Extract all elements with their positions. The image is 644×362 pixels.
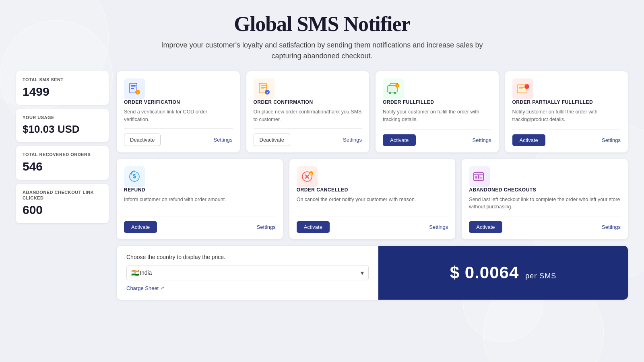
stat-label-usage: YOUR USAGE bbox=[23, 115, 102, 120]
deactivate-order-confirmation-button[interactable]: Deactivate bbox=[254, 134, 290, 146]
stat-value-total-sms: 1499 bbox=[23, 85, 102, 99]
card-desc-order-partial: Notify customer on fulfill the order wit… bbox=[512, 108, 621, 124]
external-link-icon: ↗ bbox=[160, 285, 164, 291]
svg-text:✓: ✓ bbox=[136, 91, 139, 95]
card-title-order-cancelled: ORDER CANCELLED bbox=[297, 187, 448, 193]
card-order-confirmation: ✓ ORDER CONFIRMATION On place new order … bbox=[246, 71, 369, 152]
card-title-order-partial: ORDER PARTIALLY FULLFILLED bbox=[512, 99, 621, 105]
stat-value-usage: $10.03 USD bbox=[23, 123, 102, 136]
settings-order-verification-button[interactable]: Settings bbox=[214, 137, 233, 143]
card-title-order-confirmation: ORDER CONFIRMATION bbox=[254, 99, 362, 105]
country-select[interactable]: India United States United Kingdom Canad… bbox=[126, 265, 369, 280]
card-actions-order-cancelled: Activate Settings bbox=[297, 221, 448, 233]
country-select-wrapper: 🇮🇳 India United States United Kingdom Ca… bbox=[126, 265, 369, 280]
svg-rect-2 bbox=[131, 86, 136, 87]
stat-card-recovered: TOTAL RECOVERED ORDERS 546 bbox=[16, 146, 109, 180]
settings-order-cancelled-button[interactable]: Settings bbox=[429, 224, 448, 230]
order-verification-icon: ✓ bbox=[124, 78, 145, 99]
pricing-label: Choose the country to display the price. bbox=[126, 254, 369, 260]
card-title-order-fulfilled: ORDER FULLFILLED bbox=[383, 99, 491, 105]
card-actions-refund: Activate Settings bbox=[124, 221, 276, 233]
card-actions-order-partial: Activate Settings bbox=[512, 134, 621, 146]
svg-rect-3 bbox=[131, 88, 134, 89]
card-desc-order-verification: Send a verification link for COD order v… bbox=[124, 108, 233, 123]
settings-order-partial-button[interactable]: Settings bbox=[602, 137, 621, 143]
refund-icon: $ bbox=[124, 166, 145, 187]
card-order-fulfilled: ! ORDER FULLFILLED Notify your customer … bbox=[376, 71, 499, 152]
activate-order-cancelled-button[interactable]: Activate bbox=[297, 221, 330, 233]
page-subtitle: Improve your customer's loyalty and sati… bbox=[161, 40, 483, 62]
card-title-refund: REFUND bbox=[124, 187, 276, 193]
card-title-order-verification: ORDER VERIFICATION bbox=[124, 99, 233, 105]
svg-rect-24 bbox=[478, 175, 479, 179]
stat-label-total-sms: TOTAL SMS SENT bbox=[23, 77, 102, 82]
stat-label-abandoned: ABANDONED CHECKOUT LINK CLICKED bbox=[23, 189, 102, 201]
settings-order-confirmation-button[interactable]: Settings bbox=[343, 137, 362, 143]
svg-text:✓: ✓ bbox=[266, 91, 268, 95]
order-partial-icon: 📍 bbox=[512, 78, 533, 99]
page-title: Global SMS Notifier bbox=[16, 12, 628, 36]
svg-rect-23 bbox=[475, 176, 477, 179]
pricing-section: Choose the country to display the price.… bbox=[117, 246, 628, 300]
svg-point-10 bbox=[389, 92, 391, 94]
card-actions-order-verification: Deactivate Settings bbox=[124, 134, 233, 146]
card-desc-order-cancelled: On cancel the order notify your customer… bbox=[297, 196, 448, 211]
card-desc-abandoned-checkouts: Send last left checkout link to complete… bbox=[469, 196, 621, 211]
pricing-value: $ 0.0064 bbox=[450, 263, 519, 282]
pricing-right-panel: $ 0.0064 per SMS bbox=[378, 246, 628, 300]
charge-sheet-label: Charge Sheet bbox=[126, 285, 159, 291]
order-cancelled-icon: $ bbox=[297, 166, 318, 187]
card-desc-order-fulfilled: Notify your customer on fulfill the orde… bbox=[383, 108, 491, 124]
settings-order-fulfilled-button[interactable]: Settings bbox=[473, 137, 491, 143]
card-desc-refund: Inform customer on refund with order amo… bbox=[124, 196, 276, 211]
charge-sheet-link[interactable]: Charge Sheet ↗ bbox=[126, 285, 164, 291]
svg-rect-1 bbox=[131, 85, 136, 86]
card-desc-order-confirmation: On place new order confirmation/thank yo… bbox=[254, 108, 362, 123]
activate-order-partial-button[interactable]: Activate bbox=[512, 134, 545, 146]
card-order-verification: ✓ ORDER VERIFICATION Send a verification… bbox=[117, 71, 240, 152]
pricing-per-sms: per SMS bbox=[525, 272, 556, 280]
order-confirmation-icon: ✓ bbox=[254, 78, 275, 99]
content-area: ✓ ORDER VERIFICATION Send a verification… bbox=[117, 71, 628, 300]
svg-text:!: ! bbox=[397, 85, 398, 88]
stats-panel: TOTAL SMS SENT 1499 YOUR USAGE $10.03 US… bbox=[16, 71, 109, 223]
card-actions-abandoned-checkouts: Activate Settings bbox=[469, 221, 621, 233]
activate-order-fulfilled-button[interactable]: Activate bbox=[383, 134, 416, 146]
card-order-cancelled: $ ORDER CANCELLED On cancel the order no… bbox=[289, 159, 456, 239]
deactivate-order-verification-button[interactable]: Deactivate bbox=[124, 134, 161, 146]
pricing-amount: $ 0.0064 per SMS bbox=[450, 263, 556, 282]
activate-refund-button[interactable]: Activate bbox=[124, 221, 157, 233]
stat-card-abandoned: ABANDONED CHECKOUT LINK CLICKED 600 bbox=[16, 184, 109, 224]
svg-point-11 bbox=[394, 92, 396, 94]
cards-row-2: $ REFUND Inform customer on refund with … bbox=[117, 159, 628, 239]
card-abandoned-checkouts: ABANDONED CHECKOUTS Send last left check… bbox=[462, 159, 628, 239]
svg-text:📍: 📍 bbox=[524, 84, 529, 89]
stat-value-abandoned: 600 bbox=[23, 203, 102, 217]
stat-value-recovered: 546 bbox=[23, 160, 102, 173]
settings-refund-button[interactable]: Settings bbox=[257, 224, 276, 230]
settings-abandoned-checkouts-button[interactable]: Settings bbox=[602, 224, 621, 230]
cards-row-1: ✓ ORDER VERIFICATION Send a verification… bbox=[117, 71, 628, 152]
stat-card-total-sms: TOTAL SMS SENT 1499 bbox=[16, 71, 109, 105]
stat-label-recovered: TOTAL RECOVERED ORDERS bbox=[23, 152, 102, 157]
svg-text:$: $ bbox=[310, 172, 312, 176]
card-title-abandoned-checkouts: ABANDONED CHECKOUTS bbox=[469, 187, 621, 193]
activate-abandoned-checkouts-button[interactable]: Activate bbox=[469, 221, 502, 233]
svg-rect-25 bbox=[480, 177, 482, 179]
page-header: Global SMS Notifier Improve your custome… bbox=[16, 12, 628, 62]
card-order-partial: 📍 ORDER PARTIALLY FULLFILLED Notify cust… bbox=[505, 71, 628, 152]
svg-text:$: $ bbox=[133, 173, 136, 179]
card-refund: $ REFUND Inform customer on refund with … bbox=[117, 159, 283, 239]
stat-card-usage: YOUR USAGE $10.03 USD bbox=[16, 109, 109, 142]
pricing-left-panel: Choose the country to display the price.… bbox=[117, 246, 378, 300]
order-fulfilled-icon: ! bbox=[383, 78, 404, 99]
card-actions-order-confirmation: Deactivate Settings bbox=[254, 134, 362, 146]
card-actions-order-fulfilled: Activate Settings bbox=[383, 134, 491, 146]
abandoned-checkouts-icon bbox=[469, 166, 490, 187]
